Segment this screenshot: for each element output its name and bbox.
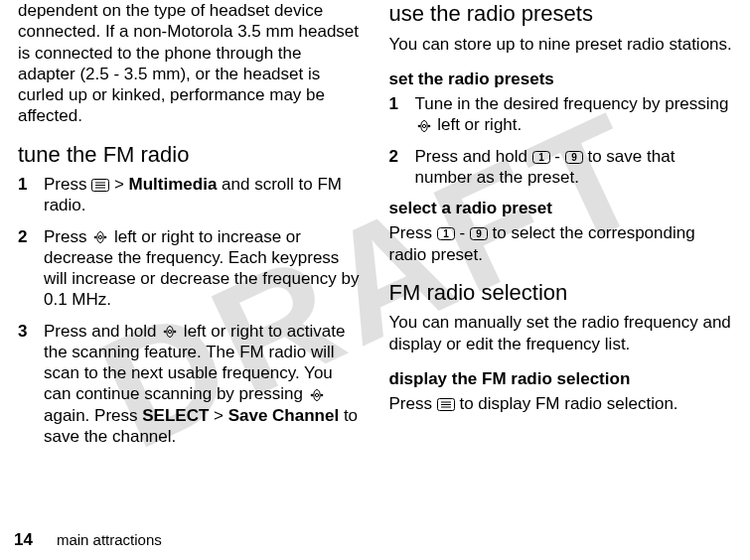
step-body: Press and hold left or right to activate… (44, 321, 362, 448)
list-item: 2 Press and hold 1 - 9 to save that numb… (389, 146, 733, 189)
text: to display FM radio selection. (455, 394, 678, 413)
heading-use-presets: use the radio presets (389, 0, 733, 28)
footer-chapter: main attractions (57, 531, 162, 548)
menu-icon (91, 179, 109, 192)
right-column: use the radio presets You can store up t… (375, 0, 747, 506)
svg-point-16 (417, 124, 420, 127)
svg-point-9 (174, 331, 177, 334)
step-number: 1 (18, 174, 44, 216)
presets-intro: You can store up to nine preset radio st… (389, 34, 733, 55)
svg-point-13 (320, 393, 323, 396)
text: - (550, 147, 565, 166)
page-footer: 14 main attractions (14, 530, 162, 550)
display-selection-text: Press to display FM radio selection. (389, 393, 733, 414)
save-channel-label: Save Channel (228, 406, 340, 425)
text: Press (44, 227, 91, 246)
step-number: 2 (389, 146, 415, 189)
text: Press (389, 223, 437, 242)
text: Press (389, 394, 437, 413)
step-number: 1 (389, 93, 415, 136)
text: left or right. (433, 115, 523, 134)
step-number: 2 (18, 226, 44, 311)
svg-point-5 (104, 236, 107, 239)
svg-point-17 (427, 124, 430, 127)
set-preset-steps: 1 Tune in the desired frequency by press… (389, 93, 733, 188)
svg-point-7 (99, 235, 102, 238)
subheading-display-selection: display the FM radio selection (389, 368, 733, 389)
list-item: 1 Tune in the desired frequency by press… (389, 93, 733, 136)
select-preset-text: Press 1 - 9 to select the corresponding … (389, 222, 733, 265)
fm-selection-intro: You can manually set the radio frequency… (389, 312, 733, 354)
svg-point-14 (313, 389, 319, 400)
text: Press and hold (415, 147, 532, 166)
key-1-icon: 1 (437, 227, 455, 240)
two-column-layout: dependent on the type of headset device … (0, 0, 750, 506)
svg-point-8 (164, 331, 167, 334)
svg-point-4 (94, 236, 97, 239)
subheading-select-preset: select a radio preset (389, 198, 733, 218)
text: Press (44, 175, 91, 194)
svg-text:9: 9 (571, 152, 577, 163)
svg-point-19 (422, 124, 425, 127)
text: again. Press (44, 406, 142, 425)
subheading-set-presets: set the radio presets (389, 69, 733, 89)
text: Tune in the desired frequency by pressin… (415, 94, 729, 113)
menu-icon (437, 398, 455, 411)
svg-text:9: 9 (476, 228, 482, 239)
key-9-icon: 9 (470, 227, 488, 240)
text: - (455, 223, 470, 242)
list-item: 3 Press and hold left or right to activa… (18, 321, 362, 448)
svg-point-18 (420, 120, 426, 131)
step-body: Press > Multimedia and scroll to FM radi… (44, 174, 362, 216)
svg-point-6 (97, 232, 103, 243)
nav-icon (308, 388, 326, 402)
text: > (209, 406, 227, 425)
nav-icon (161, 325, 179, 339)
list-item: 1 Press > Multimedia and scroll to FM ra… (18, 174, 362, 216)
step-body: Tune in the desired frequency by pressin… (415, 93, 733, 136)
text: Press and hold (44, 322, 161, 341)
step-body: Press and hold 1 - 9 to save that number… (415, 146, 733, 189)
heading-tune-fm: tune the FM radio (18, 141, 362, 169)
page-number: 14 (14, 530, 33, 550)
intro-paragraph: dependent on the type of headset device … (18, 0, 362, 127)
heading-fm-selection: FM radio selection (389, 279, 733, 307)
text: > (109, 175, 128, 194)
select-label: SELECT (142, 406, 209, 425)
step-body: Press left or right to increase or decre… (44, 226, 362, 311)
step-number: 3 (18, 321, 44, 448)
svg-point-11 (169, 330, 172, 333)
bold-multimedia: Multimedia (129, 175, 218, 194)
tune-steps: 1 Press > Multimedia and scroll to FM ra… (18, 174, 362, 447)
svg-point-10 (167, 327, 173, 338)
svg-point-15 (315, 393, 318, 396)
nav-icon (415, 119, 433, 133)
svg-text:1: 1 (443, 228, 449, 239)
nav-icon (91, 230, 109, 244)
key-9-icon: 9 (565, 151, 583, 164)
svg-text:1: 1 (538, 152, 544, 163)
svg-point-12 (310, 393, 313, 396)
left-column: dependent on the type of headset device … (4, 0, 375, 506)
key-1-icon: 1 (532, 151, 550, 164)
list-item: 2 Press left or right to increase or dec… (18, 226, 362, 311)
